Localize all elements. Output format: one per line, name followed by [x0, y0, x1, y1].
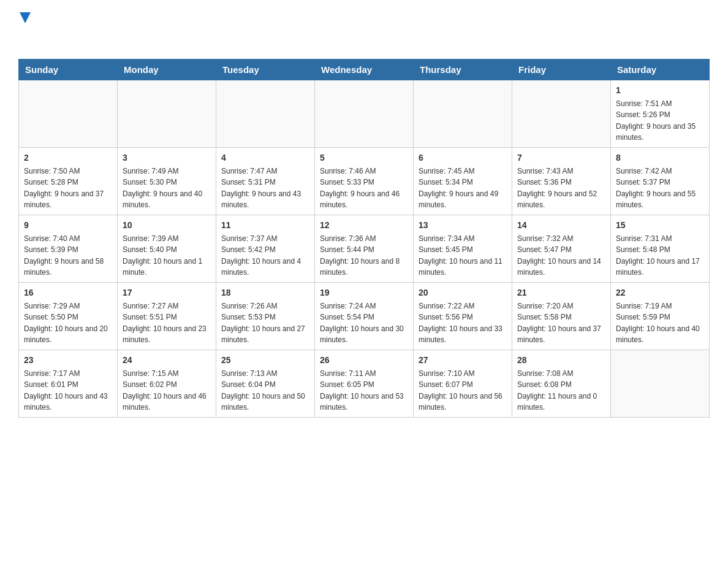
day-number: 27 [419, 354, 507, 366]
calendar-day-cell: 3Sunrise: 7:49 AMSunset: 5:30 PMDaylight… [118, 148, 216, 215]
day-number: 17 [123, 286, 211, 299]
day-info: Sunrise: 7:45 AMSunset: 5:34 PMDaylight:… [419, 167, 498, 209]
calendar-day-cell: 14Sunrise: 7:32 AMSunset: 5:47 PMDayligh… [512, 215, 611, 283]
day-info: Sunrise: 7:32 AMSunset: 5:47 PMDaylight:… [517, 234, 601, 276]
day-number: 5 [320, 151, 408, 164]
day-number: 21 [517, 286, 605, 299]
calendar-week-row: 23Sunrise: 7:17 AMSunset: 6:01 PMDayligh… [19, 350, 710, 418]
calendar-day-cell: 8Sunrise: 7:42 AMSunset: 5:37 PMDaylight… [611, 148, 710, 215]
day-number: 12 [320, 219, 408, 231]
calendar-day-cell: 18Sunrise: 7:26 AMSunset: 5:53 PMDayligh… [216, 283, 315, 350]
calendar-day-cell: 10Sunrise: 7:39 AMSunset: 5:40 PMDayligh… [118, 215, 216, 283]
calendar-day-cell: 6Sunrise: 7:45 AMSunset: 5:34 PMDaylight… [414, 148, 512, 215]
day-number: 14 [517, 219, 605, 231]
calendar-day-cell: 4Sunrise: 7:47 AMSunset: 5:31 PMDaylight… [216, 148, 315, 215]
calendar-day-cell: 17Sunrise: 7:27 AMSunset: 5:51 PMDayligh… [118, 283, 216, 350]
day-info: Sunrise: 7:31 AMSunset: 5:48 PMDaylight:… [616, 234, 700, 276]
day-info: Sunrise: 7:08 AMSunset: 6:08 PMDaylight:… [517, 369, 597, 411]
day-of-week-header: Wednesday [315, 59, 414, 80]
calendar-day-cell: 2Sunrise: 7:50 AMSunset: 5:28 PMDaylight… [19, 148, 118, 215]
calendar-week-row: 16Sunrise: 7:29 AMSunset: 5:50 PMDayligh… [19, 283, 710, 350]
calendar-day-cell: 1Sunrise: 7:51 AMSunset: 5:26 PMDaylight… [611, 80, 710, 148]
day-of-week-header: Monday [118, 59, 216, 80]
day-of-week-header: Saturday [611, 59, 710, 80]
calendar-day-cell: 28Sunrise: 7:08 AMSunset: 6:08 PMDayligh… [512, 350, 611, 418]
day-number: 8 [616, 151, 704, 164]
calendar-day-cell [19, 80, 118, 148]
calendar-day-cell: 16Sunrise: 7:29 AMSunset: 5:50 PMDayligh… [19, 283, 118, 350]
day-number: 6 [419, 151, 507, 164]
day-number: 16 [24, 286, 112, 299]
logo-arrow-icon [18, 12, 31, 27]
day-info: Sunrise: 7:47 AMSunset: 5:31 PMDaylight:… [221, 167, 301, 209]
day-info: Sunrise: 7:10 AMSunset: 6:07 PMDaylight:… [419, 369, 502, 411]
day-info: Sunrise: 7:15 AMSunset: 6:02 PMDaylight:… [123, 369, 207, 411]
calendar-week-row: 9Sunrise: 7:40 AMSunset: 5:39 PMDaylight… [19, 215, 710, 283]
day-number: 20 [419, 286, 507, 299]
day-number: 11 [221, 219, 309, 231]
logo [18, 12, 31, 47]
calendar-day-cell [216, 80, 315, 148]
calendar-day-cell: 15Sunrise: 7:31 AMSunset: 5:48 PMDayligh… [611, 215, 710, 283]
day-info: Sunrise: 7:29 AMSunset: 5:50 PMDaylight:… [24, 302, 108, 343]
page-header [18, 12, 710, 47]
day-number: 3 [123, 151, 211, 164]
day-number: 19 [320, 286, 408, 299]
calendar-header-row: SundayMondayTuesdayWednesdayThursdayFrid… [19, 59, 710, 80]
day-info: Sunrise: 7:39 AMSunset: 5:40 PMDaylight:… [123, 234, 202, 276]
calendar-day-cell: 21Sunrise: 7:20 AMSunset: 5:58 PMDayligh… [512, 283, 611, 350]
calendar-day-cell: 19Sunrise: 7:24 AMSunset: 5:54 PMDayligh… [315, 283, 414, 350]
day-number: 4 [221, 151, 309, 164]
svg-marker-0 [20, 12, 31, 23]
day-info: Sunrise: 7:24 AMSunset: 5:54 PMDaylight:… [320, 302, 404, 343]
day-info: Sunrise: 7:34 AMSunset: 5:45 PMDaylight:… [419, 234, 502, 276]
day-info: Sunrise: 7:46 AMSunset: 5:33 PMDaylight:… [320, 167, 400, 209]
day-of-week-header: Thursday [414, 59, 512, 80]
day-info: Sunrise: 7:19 AMSunset: 5:59 PMDaylight:… [616, 302, 700, 343]
day-info: Sunrise: 7:36 AMSunset: 5:44 PMDaylight:… [320, 234, 400, 276]
day-info: Sunrise: 7:37 AMSunset: 5:42 PMDaylight:… [221, 234, 301, 276]
day-number: 2 [24, 151, 112, 164]
calendar-day-cell: 12Sunrise: 7:36 AMSunset: 5:44 PMDayligh… [315, 215, 414, 283]
day-info: Sunrise: 7:40 AMSunset: 5:39 PMDaylight:… [24, 234, 104, 276]
day-info: Sunrise: 7:20 AMSunset: 5:58 PMDaylight:… [517, 302, 601, 343]
day-number: 23 [24, 354, 112, 366]
day-info: Sunrise: 7:50 AMSunset: 5:28 PMDaylight:… [24, 167, 104, 209]
day-info: Sunrise: 7:17 AMSunset: 6:01 PMDaylight:… [24, 369, 108, 411]
calendar-day-cell: 5Sunrise: 7:46 AMSunset: 5:33 PMDaylight… [315, 148, 414, 215]
day-info: Sunrise: 7:42 AMSunset: 5:37 PMDaylight:… [616, 167, 696, 209]
day-info: Sunrise: 7:22 AMSunset: 5:56 PMDaylight:… [419, 302, 502, 343]
calendar-day-cell [315, 80, 414, 148]
day-number: 25 [221, 354, 309, 366]
day-of-week-header: Tuesday [216, 59, 315, 80]
calendar-week-row: 1Sunrise: 7:51 AMSunset: 5:26 PMDaylight… [19, 80, 710, 148]
day-number: 7 [517, 151, 605, 164]
day-number: 26 [320, 354, 408, 366]
day-info: Sunrise: 7:49 AMSunset: 5:30 PMDaylight:… [123, 167, 202, 209]
calendar-day-cell: 26Sunrise: 7:11 AMSunset: 6:05 PMDayligh… [315, 350, 414, 418]
day-number: 9 [24, 219, 112, 231]
day-info: Sunrise: 7:27 AMSunset: 5:51 PMDaylight:… [123, 302, 207, 343]
calendar-day-cell: 7Sunrise: 7:43 AMSunset: 5:36 PMDaylight… [512, 148, 611, 215]
calendar-day-cell [611, 350, 710, 418]
calendar-week-row: 2Sunrise: 7:50 AMSunset: 5:28 PMDaylight… [19, 148, 710, 215]
day-info: Sunrise: 7:13 AMSunset: 6:04 PMDaylight:… [221, 369, 305, 411]
calendar-day-cell: 9Sunrise: 7:40 AMSunset: 5:39 PMDaylight… [19, 215, 118, 283]
day-number: 1 [616, 84, 704, 96]
day-info: Sunrise: 7:26 AMSunset: 5:53 PMDaylight:… [221, 302, 305, 343]
day-number: 13 [419, 219, 507, 231]
calendar-day-cell: 22Sunrise: 7:19 AMSunset: 5:59 PMDayligh… [611, 283, 710, 350]
day-number: 15 [616, 219, 704, 231]
day-info: Sunrise: 7:43 AMSunset: 5:36 PMDaylight:… [517, 167, 597, 209]
day-info: Sunrise: 7:51 AMSunset: 5:26 PMDaylight:… [616, 99, 696, 141]
day-number: 24 [123, 354, 211, 366]
day-number: 28 [517, 354, 605, 366]
calendar-day-cell [118, 80, 216, 148]
day-of-week-header: Sunday [19, 59, 118, 80]
calendar-day-cell [512, 80, 611, 148]
calendar-day-cell: 27Sunrise: 7:10 AMSunset: 6:07 PMDayligh… [414, 350, 512, 418]
calendar-day-cell: 11Sunrise: 7:37 AMSunset: 5:42 PMDayligh… [216, 215, 315, 283]
calendar-day-cell [414, 80, 512, 148]
calendar-day-cell: 25Sunrise: 7:13 AMSunset: 6:04 PMDayligh… [216, 350, 315, 418]
calendar-day-cell: 24Sunrise: 7:15 AMSunset: 6:02 PMDayligh… [118, 350, 216, 418]
